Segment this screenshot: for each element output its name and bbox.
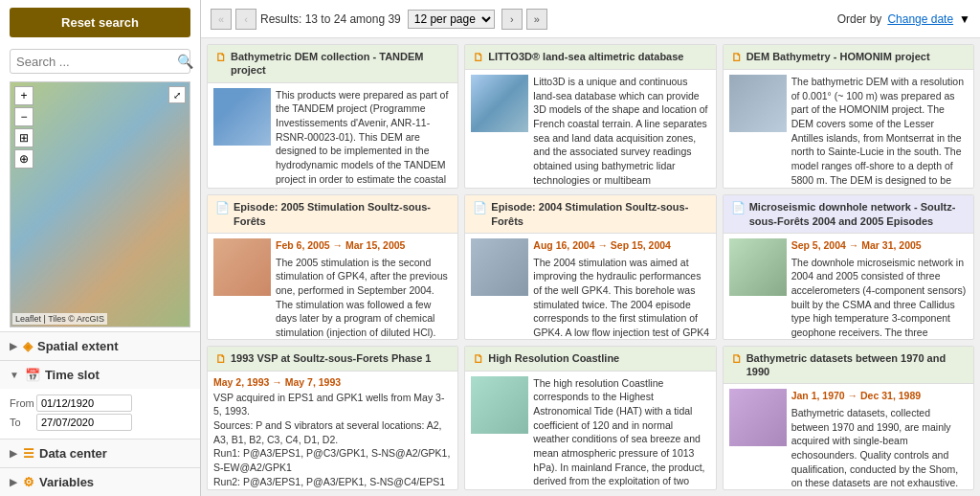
card-title-micro: Microseismic downhole network - Soultz-s…	[749, 200, 966, 228]
map-location-button[interactable]: ⊕	[14, 149, 33, 169]
card-header-ep2004: 📄 Episode: 2004 Stimulation Soultz-sous-…	[465, 195, 715, 234]
card-body-litto3d: Litto3D is a unique and continuous land-…	[465, 70, 715, 189]
card-title-homonim: DEM Bathymetry - HOMONIM project	[746, 50, 930, 63]
card-thumbnail-ep2004	[471, 238, 528, 296]
card-date-vsp: May 2, 1993 → May 7, 1993	[213, 376, 452, 388]
card-text-tandem: This products were prepared as part of t…	[276, 88, 452, 190]
to-date-input[interactable]	[36, 414, 132, 431]
sidebar-section-spatial: ▶ ◈ Spatial extent	[0, 331, 200, 360]
result-card-ep2004: 📄 Episode: 2004 Stimulation Soultz-sous-…	[464, 194, 716, 339]
dataset-icon-vsp: 🗋	[215, 352, 227, 366]
card-thumbnail-homonim	[729, 75, 787, 132]
card-body-ep2005: Feb 6, 2005 → Mar 15, 2005 The 2005 stim…	[208, 234, 457, 340]
last-page-button[interactable]: »	[526, 9, 547, 30]
card-thumbnail-litto3d	[471, 75, 528, 132]
to-label: To	[10, 417, 36, 428]
to-date-row: To	[10, 414, 190, 431]
sidebar-section-timeslot: ▼ 📅 Time slot From To	[0, 360, 200, 439]
chevron-right-icon3: ▶	[10, 477, 17, 487]
map-attribution: Leaflet | Tiles © ArcGIS	[12, 313, 107, 325]
search-icon-button[interactable]: 🔍	[177, 54, 193, 69]
search-input[interactable]	[16, 55, 177, 69]
from-date-input[interactable]	[36, 395, 132, 412]
map-layers-button[interactable]: ⊞	[14, 128, 33, 147]
search-box-container: 🔍	[10, 49, 190, 74]
map-controls: + − ⊞ ⊕	[14, 86, 33, 169]
map-zoom-in-button[interactable]: +	[14, 86, 33, 105]
dataset-icon3: 🗋	[731, 51, 743, 64]
map-expand-button[interactable]: ⤢	[168, 86, 186, 103]
card-body-micro: Sep 5, 2004 → Mar 31, 2005 The downhole …	[724, 234, 973, 340]
card-date-ep2005: Feb 6, 2005 → Mar 15, 2005	[276, 238, 452, 253]
dataset-icon-bathy7090: 🗋	[731, 352, 743, 366]
spatial-icon: ◈	[23, 339, 33, 353]
sidebar: Reset search 🔍 + − ⊞ ⊕ ⤢ Leaflet | Tiles…	[0, 0, 201, 496]
sidebar-section-variables: ▶ ⚙ Variables	[0, 467, 200, 496]
reset-search-button[interactable]: Reset search	[10, 8, 190, 37]
result-card-coastline: 🗋 High Resolution Coastline The high res…	[464, 346, 716, 490]
sidebar-item-time-slot[interactable]: ▼ 📅 Time slot	[0, 361, 200, 389]
result-card-litto3d: 🗋 LITTO3D® land-sea altimetric database …	[464, 44, 716, 189]
card-body-bathy7090: Jan 1, 1970 → Dec 31, 1989 Bathymetric d…	[724, 384, 973, 490]
card-text-homonim: The bathymetric DEM with a resolution of…	[791, 75, 968, 189]
card-body-homonim: The bathymetric DEM with a resolution of…	[724, 70, 973, 189]
card-text-bathy7090: Jan 1, 1970 → Dec 31, 1989 Bathymetric d…	[791, 389, 968, 490]
map-zoom-out-button[interactable]: −	[14, 107, 33, 126]
card-header-litto3d: 🗋 LITTO3D® land-sea altimetric database	[465, 45, 715, 70]
sidebar-section-datacenter: ▶ ☰ Data center	[0, 439, 200, 467]
card-title-ep2004: Episode: 2004 Stimulation Soultz-sous-Fo…	[491, 200, 707, 228]
per-page-select[interactable]: 12 per page 24 per page 48 per page	[408, 10, 495, 29]
card-body-ep2004: Aug 16, 2004 → Sep 15, 2004 The 2004 sti…	[465, 234, 715, 340]
map-placeholder	[11, 82, 189, 327]
card-date-bathy7090: Jan 1, 1970 → Dec 31, 1989	[791, 389, 968, 403]
card-thumbnail-tandem	[213, 88, 271, 146]
card-text-ep2005: Feb 6, 2005 → Mar 15, 2005 The 2005 stim…	[276, 238, 452, 340]
sidebar-item-data-center[interactable]: ▶ ☰ Data center	[0, 440, 200, 467]
dataset-icon: 🗋	[215, 51, 227, 64]
change-date-link[interactable]: Change date	[887, 12, 953, 26]
doc-icon: 📄	[731, 201, 746, 214]
card-text-litto3d: Litto3D is a unique and continuous land-…	[533, 75, 709, 189]
time-slot-label: Time slot	[45, 368, 100, 382]
card-body-vsp: May 2, 1993 → May 7, 1993 VSP acquired i…	[208, 372, 457, 490]
sidebar-item-spatial-extent[interactable]: ▶ ◈ Spatial extent	[0, 332, 200, 360]
dataset-icon-coastline: 🗋	[473, 352, 484, 366]
card-title-coastline: High Resolution Coastline	[488, 351, 619, 365]
order-by-label: Order by	[837, 12, 882, 26]
card-header-ep2005: 📄 Episode: 2005 Stimulation Soultz-sous-…	[208, 195, 457, 234]
card-body-tandem: This products were prepared as part of t…	[208, 83, 457, 190]
prev-page-button[interactable]: ‹	[235, 9, 256, 30]
sidebar-item-variables[interactable]: ▶ ⚙ Variables	[0, 468, 200, 496]
first-page-button[interactable]: «	[211, 9, 232, 30]
card-title-vsp: 1993 VSP at Soultz-sous-Forets Phase 1	[231, 351, 431, 365]
card-header-homonim: 🗋 DEM Bathymetry - HOMONIM project	[724, 45, 973, 70]
chevron-right-icon2: ▶	[10, 448, 17, 459]
card-text-ep2004: Aug 16, 2004 → Sep 15, 2004 The 2004 sti…	[533, 238, 709, 340]
result-card-tandem: 🗋 Bathymetric DEM collection - TANDEM pr…	[207, 44, 458, 189]
chevron-right-icon: ▶	[10, 341, 17, 351]
card-header-micro: 📄 Microseismic downhole network - Soultz…	[724, 195, 973, 234]
next-page-button[interactable]: ›	[501, 9, 523, 30]
card-thumbnail-coastline	[471, 376, 528, 434]
variables-label: Variables	[39, 475, 94, 489]
from-label: From	[10, 397, 36, 409]
time-slot-content: From To	[0, 389, 200, 439]
card-text-coastline: The high resolution Coastline correspond…	[533, 376, 709, 490]
results-grid: 🗋 Bathymetric DEM collection - TANDEM pr…	[201, 38, 980, 496]
topbar-left: « ‹ Results: 13 to 24 among 39 12 per pa…	[211, 9, 547, 30]
card-text-vsp: VSP acquired in EPS1 and GPK1 wells from…	[213, 391, 452, 489]
card-text-micro: Sep 5, 2004 → Mar 31, 2005 The downhole …	[791, 238, 968, 340]
datacenter-icon: ☰	[23, 446, 34, 461]
card-title-bathy7090: Bathymetric datasets between 1970 and 19…	[746, 351, 966, 379]
map-area: + − ⊞ ⊕ ⤢ Leaflet | Tiles © ArcGIS	[10, 81, 190, 327]
calendar-icon: 📅	[25, 368, 40, 382]
card-thumbnail-bathy7090	[729, 389, 787, 446]
main-content: « ‹ Results: 13 to 24 among 39 12 per pa…	[201, 0, 980, 496]
card-date-micro: Sep 5, 2004 → Mar 31, 2005	[791, 238, 968, 253]
episode-icon: 📄	[215, 201, 230, 214]
chevron-down-icon: ▼	[10, 370, 19, 380]
result-card-vsp: 🗋 1993 VSP at Soultz-sous-Forets Phase 1…	[207, 346, 458, 490]
result-card-bathy7090: 🗋 Bathymetric datasets between 1970 and …	[723, 346, 974, 490]
from-date-row: From	[10, 395, 190, 412]
card-header-bathy7090: 🗋 Bathymetric datasets between 1970 and …	[724, 347, 973, 385]
